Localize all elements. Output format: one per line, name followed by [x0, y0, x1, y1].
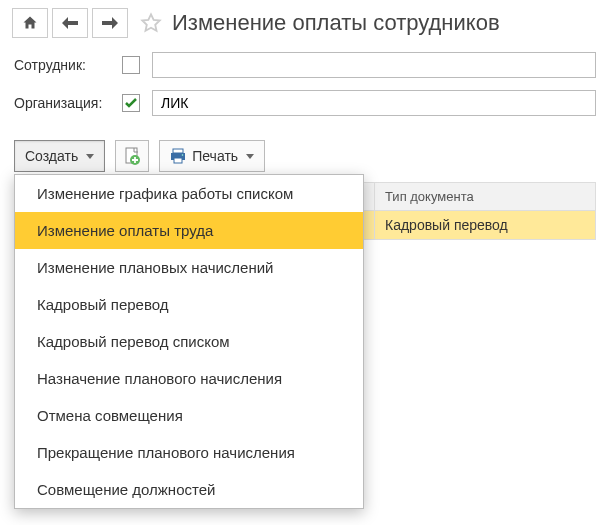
dropdown-item[interactable]: Изменение графика работы списком	[15, 175, 363, 212]
dropdown-item[interactable]: Изменение плановых начислений	[15, 249, 363, 286]
home-button[interactable]	[12, 8, 48, 38]
organization-checkbox[interactable]	[122, 94, 140, 112]
create-button[interactable]: Создать	[14, 140, 105, 172]
add-document-icon	[124, 147, 140, 165]
svg-point-5	[182, 154, 184, 156]
dropdown-item[interactable]: Прекращение планового начисления	[15, 434, 363, 471]
employee-label: Сотрудник:	[14, 57, 122, 73]
table-header-cell[interactable]: Тип документа	[375, 183, 595, 210]
dropdown-item[interactable]: Назначение планового начисления	[15, 360, 363, 397]
print-button[interactable]: Печать	[159, 140, 265, 172]
employee-input[interactable]	[152, 52, 596, 78]
dropdown-item[interactable]: Совмещение должностей	[15, 471, 363, 508]
page-title: Изменение оплаты сотрудников	[172, 10, 500, 36]
caret-down-icon	[86, 154, 94, 159]
create-button-label: Создать	[25, 148, 78, 164]
add-button[interactable]	[115, 140, 149, 172]
svg-rect-4	[174, 158, 182, 163]
organization-label: Организация:	[14, 95, 122, 111]
svg-rect-2	[173, 149, 183, 153]
back-button[interactable]	[52, 8, 88, 38]
table-cell-doc-type: Кадровый перевод	[375, 211, 595, 239]
organization-row: Организация:	[14, 90, 596, 116]
dropdown-item[interactable]: Изменение оплаты труда	[15, 212, 363, 249]
employee-row: Сотрудник:	[14, 52, 596, 78]
employee-checkbox[interactable]	[122, 56, 140, 74]
home-icon	[22, 15, 38, 31]
dropdown-item[interactable]: Кадровый перевод	[15, 286, 363, 323]
arrow-left-icon	[62, 17, 78, 29]
print-button-label: Печать	[192, 148, 238, 164]
favorite-star-icon[interactable]	[140, 12, 162, 34]
dropdown-item[interactable]: Отмена совмещения	[15, 397, 363, 434]
dropdown-item[interactable]: Кадровый перевод списком	[15, 323, 363, 360]
caret-down-icon	[246, 154, 254, 159]
forward-button[interactable]	[92, 8, 128, 38]
create-dropdown-menu: Изменение графика работы списком Изменен…	[14, 174, 364, 509]
organization-input[interactable]	[152, 90, 596, 116]
arrow-right-icon	[102, 17, 118, 29]
printer-icon	[170, 148, 186, 164]
